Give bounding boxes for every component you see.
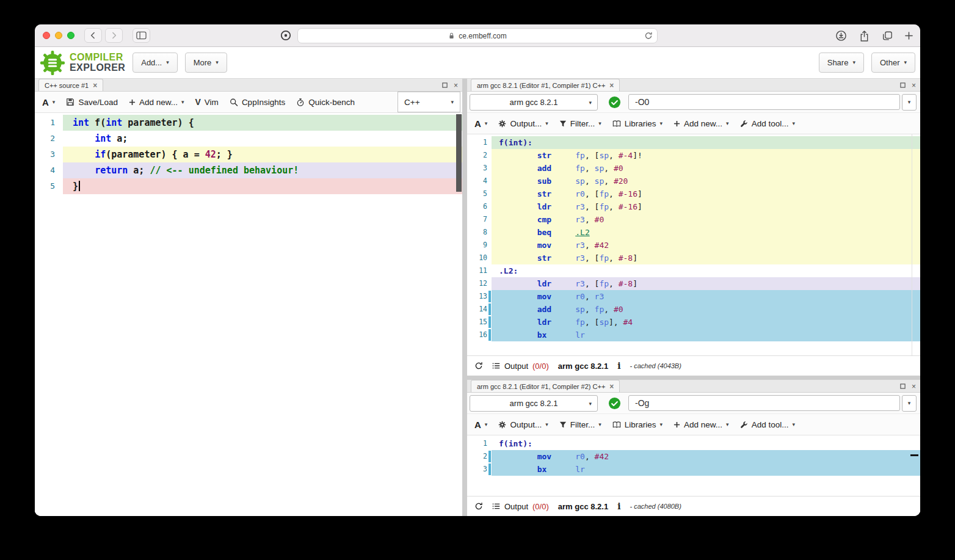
code-line-text[interactable]: beq .L2 bbox=[492, 226, 920, 239]
asm-output-editor-1[interactable]: 1f(int):2 str fp, [sp, #-4]!3 add fp, sp… bbox=[467, 134, 920, 355]
line-number[interactable]: 2 bbox=[35, 131, 63, 147]
code-line[interactable]: 4 sub sp, sp, #20 bbox=[467, 175, 920, 187]
line-number[interactable]: 5 bbox=[467, 187, 492, 200]
reload-button[interactable] bbox=[644, 31, 653, 40]
code-line-text[interactable]: str r0, [fp, #-16] bbox=[492, 187, 920, 200]
cppinsights-button[interactable]: CppInsights bbox=[224, 92, 291, 112]
code-line[interactable]: 4 return a; // <-- undefined behaviour! bbox=[35, 162, 462, 178]
close-icon[interactable]: × bbox=[609, 383, 614, 390]
compiler-picker[interactable]: arm gcc 8.2.1 ▾ bbox=[470, 94, 598, 111]
code-line[interactable]: 1f(int): bbox=[467, 136, 920, 149]
new-tab-button[interactable] bbox=[905, 32, 913, 40]
code-line-text[interactable]: int f(int parameter) { bbox=[63, 115, 462, 131]
font-size-button[interactable]: A ▾ bbox=[469, 113, 493, 134]
forward-button[interactable] bbox=[105, 28, 123, 43]
code-line[interactable]: 7 cmp r3, #0 bbox=[467, 213, 920, 226]
scrollbar-thumb[interactable] bbox=[456, 114, 462, 192]
save-load-button[interactable]: Save/Load bbox=[60, 92, 123, 112]
code-line-text[interactable]: add fp, sp, #0 bbox=[492, 162, 920, 175]
privacy-report-button[interactable] bbox=[278, 28, 294, 43]
line-number[interactable]: 4 bbox=[35, 162, 63, 178]
code-line[interactable]: 11.L2: bbox=[467, 264, 920, 277]
font-size-button[interactable]: A ▾ bbox=[37, 92, 60, 112]
code-line-text[interactable]: bx lr bbox=[492, 463, 920, 476]
line-number[interactable]: 2 bbox=[467, 450, 492, 463]
compiler-picker[interactable]: arm gcc 8.2.1 ▾ bbox=[470, 395, 598, 412]
line-number[interactable]: 3 bbox=[467, 162, 492, 175]
maximize-pane-button[interactable] bbox=[442, 82, 448, 88]
sidebar-toggle-button[interactable] bbox=[133, 28, 150, 43]
libraries-button[interactable]: Libraries ▾ bbox=[607, 414, 668, 435]
tab-overview-button[interactable] bbox=[882, 31, 893, 41]
line-number[interactable]: 5 bbox=[35, 178, 63, 194]
code-line-text[interactable]: str r3, [fp, #-8] bbox=[492, 252, 920, 264]
line-number[interactable]: 9 bbox=[467, 239, 492, 252]
filter-menu-button[interactable]: Filter... ▾ bbox=[554, 113, 607, 134]
output-menu-button[interactable]: Output... ▾ bbox=[493, 414, 553, 435]
close-icon[interactable]: × bbox=[609, 82, 614, 89]
info-icon[interactable]: i bbox=[617, 361, 620, 371]
code-line-text[interactable]: ldr r3, [fp, #-8] bbox=[492, 277, 920, 290]
code-line[interactable]: 15 ldr fp, [sp], #4 bbox=[467, 316, 920, 329]
code-line-text[interactable]: mov r3, #42 bbox=[492, 239, 920, 252]
close-pane-button[interactable]: × bbox=[912, 382, 916, 391]
options-dropdown-button[interactable]: ▾ bbox=[902, 395, 917, 412]
code-line[interactable]: 2 str fp, [sp, #-4]! bbox=[467, 149, 920, 162]
code-line-text[interactable]: mov r0, #42 bbox=[492, 450, 920, 463]
code-line[interactable]: 10 str r3, [fp, #-8] bbox=[467, 252, 920, 264]
tab-compiler2[interactable]: arm gcc 8.2.1 (Editor #1, Compiler #2) C… bbox=[471, 380, 620, 392]
output-toggle-button[interactable]: Output (0/0) bbox=[492, 362, 549, 371]
code-line[interactable]: 9 mov r3, #42 bbox=[467, 239, 920, 252]
downloads-button[interactable] bbox=[835, 30, 847, 42]
close-window-button[interactable] bbox=[43, 32, 50, 39]
compiler-options-input[interactable] bbox=[628, 94, 900, 110]
code-line-text[interactable]: ldr r3, [fp, #-16] bbox=[492, 200, 920, 213]
maximize-pane-button[interactable] bbox=[900, 384, 906, 389]
output-menu-button[interactable]: Output... ▾ bbox=[493, 113, 553, 134]
add-tool-button[interactable]: Add tool... ▾ bbox=[735, 113, 801, 134]
code-line[interactable]: 5 str r0, [fp, #-16] bbox=[467, 187, 920, 200]
back-button[interactable] bbox=[84, 28, 102, 43]
zoom-window-button[interactable] bbox=[67, 32, 74, 39]
code-line[interactable]: 5} bbox=[35, 178, 462, 194]
source-code-editor[interactable]: 1int f(int parameter) {2 int a;3 if(para… bbox=[35, 113, 462, 516]
line-number[interactable]: 3 bbox=[35, 147, 63, 162]
line-number[interactable]: 14 bbox=[467, 303, 492, 316]
code-line-text[interactable]: f(int): bbox=[492, 437, 920, 450]
code-line-text[interactable]: } bbox=[63, 178, 462, 194]
code-line-text[interactable]: str fp, [sp, #-4]! bbox=[492, 149, 920, 162]
line-number[interactable]: 13 bbox=[467, 290, 492, 303]
line-number[interactable]: 8 bbox=[467, 226, 492, 239]
close-icon[interactable]: × bbox=[93, 82, 97, 89]
code-line[interactable]: 1int f(int parameter) { bbox=[35, 115, 462, 131]
code-line[interactable]: 1f(int): bbox=[467, 437, 920, 450]
line-number[interactable]: 4 bbox=[467, 175, 492, 187]
address-bar[interactable]: ce.embeff.com bbox=[297, 28, 658, 43]
more-menu-button[interactable]: More ▾ bbox=[185, 53, 227, 73]
share-menu-button[interactable]: Share ▾ bbox=[819, 53, 864, 73]
code-line-text[interactable]: if(parameter) { a = 42; } bbox=[63, 147, 462, 162]
code-line[interactable]: 2 int a; bbox=[35, 131, 462, 147]
code-line[interactable]: 16 bx lr bbox=[467, 329, 920, 341]
asm-output-editor-2[interactable]: 1f(int):2 mov r0, #423 bx lr bbox=[467, 435, 920, 496]
share-button-safari[interactable] bbox=[859, 30, 870, 42]
add-tool-button[interactable]: Add tool... ▾ bbox=[735, 414, 801, 435]
code-line-text[interactable]: sub sp, sp, #20 bbox=[492, 175, 920, 187]
output-toggle-button[interactable]: Output (0/0) bbox=[492, 502, 549, 511]
recompile-button[interactable] bbox=[474, 502, 483, 511]
quick-bench-button[interactable]: Quick-bench bbox=[291, 92, 360, 112]
code-line[interactable]: 3 bx lr bbox=[467, 463, 920, 476]
code-line[interactable]: 2 mov r0, #42 bbox=[467, 450, 920, 463]
add-new-button[interactable]: Add new... ▾ bbox=[123, 92, 190, 112]
line-number[interactable]: 16 bbox=[467, 329, 492, 341]
other-menu-button[interactable]: Other ▾ bbox=[871, 53, 915, 73]
code-line[interactable]: 12 ldr r3, [fp, #-8] bbox=[467, 277, 920, 290]
line-number[interactable]: 1 bbox=[35, 115, 63, 131]
libraries-button[interactable]: Libraries ▾ bbox=[607, 113, 668, 134]
tab-compiler1[interactable]: arm gcc 8.2.1 (Editor #1, Compiler #1) C… bbox=[471, 79, 620, 91]
code-line-text[interactable]: mov r0, r3 bbox=[492, 290, 920, 303]
close-pane-button[interactable]: × bbox=[454, 81, 458, 90]
close-pane-button[interactable]: × bbox=[912, 81, 916, 90]
code-line[interactable]: 6 ldr r3, [fp, #-16] bbox=[467, 200, 920, 213]
line-number[interactable]: 12 bbox=[467, 277, 492, 290]
